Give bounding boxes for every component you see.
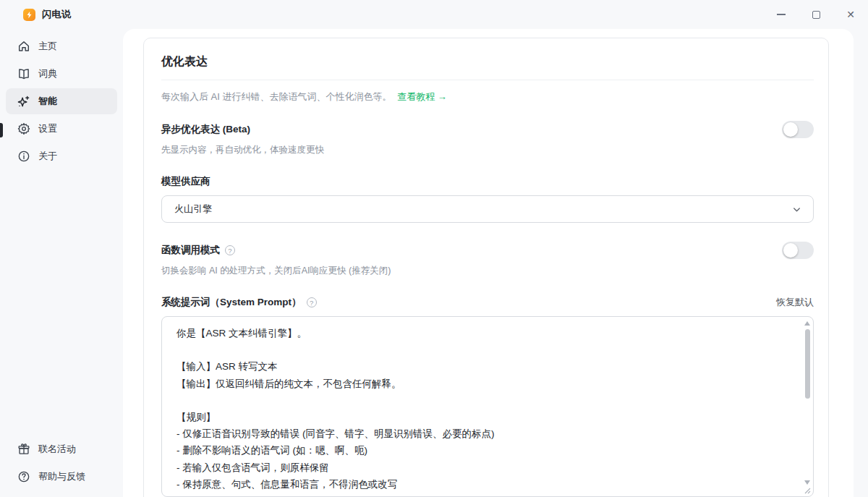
window-controls: ✕ bbox=[764, 0, 868, 29]
maximize-icon bbox=[812, 11, 820, 19]
help-icon bbox=[17, 470, 30, 484]
sidebar-item-campaign[interactable]: 联名活动 bbox=[6, 436, 117, 462]
async-optimize-row: 异步优化表达 (Beta) bbox=[161, 121, 814, 138]
function-call-toggle[interactable] bbox=[782, 242, 814, 259]
sidebar: 主页 词典 智能 设置 关于 bbox=[0, 29, 123, 497]
async-optimize-toggle[interactable] bbox=[782, 121, 814, 138]
provider-select[interactable]: 火山引擎 bbox=[161, 195, 814, 223]
sidebar-item-label: 设置 bbox=[38, 122, 57, 135]
function-call-row: 函数调用模式 ? bbox=[161, 242, 814, 259]
book-icon bbox=[17, 67, 30, 81]
sparkles-icon bbox=[17, 95, 30, 109]
textarea-scrollbar bbox=[802, 318, 812, 496]
system-prompt-label: 系统提示词（System Prompt） ? bbox=[161, 296, 317, 309]
scroll-up-arrow-icon[interactable] bbox=[804, 321, 810, 326]
async-optimize-label: 异步优化表达 (Beta) bbox=[161, 123, 250, 136]
app-title: 闪电说 bbox=[42, 8, 72, 21]
sidebar-item-label: 词典 bbox=[38, 67, 57, 80]
close-button[interactable]: ✕ bbox=[833, 0, 868, 29]
divider bbox=[161, 80, 814, 80]
sidebar-item-label: 关于 bbox=[38, 150, 57, 163]
scroll-down-arrow-icon[interactable] bbox=[804, 480, 810, 485]
system-prompt-textarea[interactable]: 你是【ASR 文本纠错引擎】。 【输入】ASR 转写文本 【输出】仅返回纠错后的… bbox=[161, 316, 814, 497]
app-logo-lightning-icon bbox=[23, 9, 35, 21]
sidebar-nav: 主页 词典 智能 设置 关于 bbox=[0, 29, 123, 169]
async-optimize-desc: 先显示内容，再自动优化，体验速度更快 bbox=[161, 144, 814, 156]
question-circle-icon[interactable]: ? bbox=[225, 245, 235, 255]
sidebar-footer: 联名活动 帮助与反馈 bbox=[6, 436, 117, 491]
scrollbar-thumb[interactable] bbox=[805, 329, 810, 399]
restore-default-button[interactable]: 恢复默认 bbox=[776, 296, 814, 309]
sidebar-item-home[interactable]: 主页 bbox=[6, 33, 117, 59]
chevron-down-icon bbox=[791, 204, 802, 215]
maximize-button[interactable] bbox=[799, 0, 833, 29]
toggle-knob bbox=[783, 243, 798, 258]
sidebar-item-label: 智能 bbox=[38, 95, 57, 108]
sidebar-item-dictionary[interactable]: 词典 bbox=[6, 61, 117, 87]
function-call-label-text: 函数调用模式 bbox=[161, 244, 220, 257]
close-icon: ✕ bbox=[846, 9, 855, 20]
titlebar: 闪电说 ✕ bbox=[0, 0, 868, 29]
info-icon bbox=[17, 150, 30, 163]
section-description-text: 每次输入后 AI 进行纠错、去除语气词、个性化润色等。 bbox=[161, 91, 392, 102]
system-prompt-label-text: 系统提示词（System Prompt） bbox=[161, 296, 302, 309]
gear-icon bbox=[17, 122, 30, 136]
provider-label: 模型供应商 bbox=[161, 175, 814, 188]
sidebar-item-label: 主页 bbox=[38, 40, 57, 53]
home-icon bbox=[17, 40, 30, 54]
minimize-icon bbox=[777, 14, 786, 15]
question-circle-icon[interactable]: ? bbox=[307, 297, 317, 307]
sidebar-item-settings[interactable]: 设置 bbox=[6, 116, 117, 142]
gift-icon bbox=[17, 443, 30, 456]
main-panel: 优化表达 每次输入后 AI 进行纠错、去除语气词、个性化润色等。 查看教程 → … bbox=[123, 29, 854, 497]
sidebar-item-label: 联名活动 bbox=[38, 443, 76, 456]
sidebar-item-label: 帮助与反馈 bbox=[38, 470, 85, 483]
provider-selected-value: 火山引擎 bbox=[174, 203, 212, 216]
minimize-button[interactable] bbox=[764, 0, 799, 29]
function-call-label: 函数调用模式 ? bbox=[161, 244, 235, 257]
active-nav-indicator bbox=[0, 123, 3, 137]
section-description: 每次输入后 AI 进行纠错、去除语气词、个性化润色等。 查看教程 → bbox=[161, 90, 814, 103]
function-call-desc: 切换会影响 AI 的处理方式，关闭后AI响应更快 (推荐关闭) bbox=[161, 265, 814, 277]
page-title: 优化表达 bbox=[161, 54, 814, 69]
optimize-expression-card: 优化表达 每次输入后 AI 进行纠错、去除语气词、个性化润色等。 查看教程 → … bbox=[143, 38, 829, 497]
sidebar-item-help-feedback[interactable]: 帮助与反馈 bbox=[6, 464, 117, 490]
sidebar-item-ai[interactable]: 智能 bbox=[6, 88, 117, 114]
toggle-knob bbox=[783, 122, 798, 137]
resize-grip-icon[interactable] bbox=[804, 487, 811, 494]
system-prompt-text[interactable]: 你是【ASR 文本纠错引擎】。 【输入】ASR 转写文本 【输出】仅返回纠错后的… bbox=[162, 317, 813, 496]
system-prompt-row: 系统提示词（System Prompt） ? 恢复默认 bbox=[161, 296, 814, 309]
sidebar-item-about[interactable]: 关于 bbox=[6, 143, 117, 169]
view-tutorial-link[interactable]: 查看教程 → bbox=[397, 91, 447, 102]
